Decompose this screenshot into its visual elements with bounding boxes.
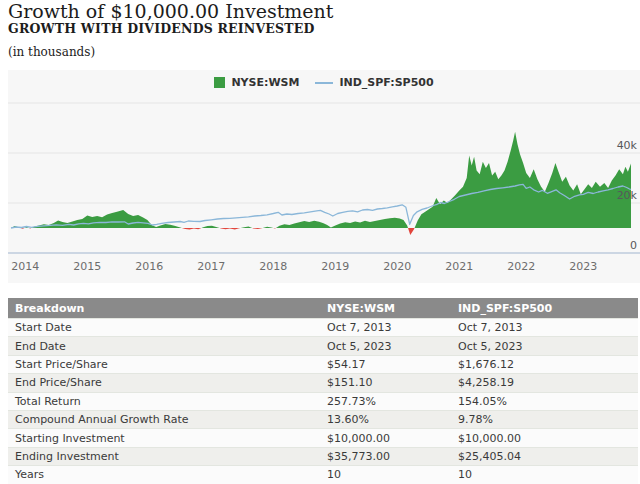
x-axis-label-2023: 2023 <box>569 260 597 273</box>
wsm-value: 13.60% <box>327 413 458 426</box>
growth-chart[interactable]: NYSE:WSM IND_SPF:SP500 40k20k02014201520… <box>8 70 640 283</box>
legend-label-sp500: IND_SPF:SP500 <box>339 76 433 89</box>
row-label: Compound Annual Growth Rate <box>8 413 327 426</box>
x-axis-label-2021: 2021 <box>445 260 473 273</box>
growth-chart-svg[interactable]: 40k20k0201420152016201720182019202020212… <box>8 70 640 283</box>
sp500-value: 10 <box>458 468 638 481</box>
table-row: Total Return257.73%154.05% <box>8 392 638 410</box>
sp500-value: 154.05% <box>458 395 638 408</box>
row-label: Years <box>8 468 327 481</box>
legend-item-wsm[interactable]: NYSE:WSM <box>214 76 299 89</box>
page-title: Growth of $10,000.00 Investment <box>8 0 632 22</box>
x-axis-label-2014: 2014 <box>11 260 39 273</box>
table-row: Start Price/Share$54.17$1,676.12 <box>8 355 638 373</box>
row-label: Ending Investment <box>8 450 327 463</box>
wsm-value: $10,000.00 <box>327 432 458 445</box>
table-row: Ending Investment$35,773.00$25,405.04 <box>8 447 638 465</box>
sp500-value: $10,000.00 <box>458 432 638 445</box>
x-axis-label-2018: 2018 <box>259 260 287 273</box>
table-row: Compound Annual Growth Rate13.60%9.78% <box>8 410 638 428</box>
x-axis-label-2016: 2016 <box>135 260 163 273</box>
table-row: End DateOct 5, 2023Oct 5, 2023 <box>8 336 638 354</box>
table-row: Years1010 <box>8 465 638 483</box>
column-header-breakdown: Breakdown <box>8 302 327 315</box>
sp500-value: Oct 7, 2013 <box>458 321 638 334</box>
table-row: End Price/Share$151.10$4,258.19 <box>8 373 638 391</box>
wsm-value: 257.73% <box>327 395 458 408</box>
legend-label-wsm: NYSE:WSM <box>231 76 299 89</box>
y-axis-label-20k: 20k <box>617 189 638 202</box>
column-header-wsm: NYSE:WSM <box>327 302 458 315</box>
sp500-value: $25,405.04 <box>458 450 638 463</box>
y-axis-label-40k: 40k <box>617 139 638 152</box>
page-subtitle: GROWTH WITH DIVIDENDS REINVESTED <box>8 22 632 36</box>
row-label: End Price/Share <box>8 376 327 389</box>
report-header: Growth of $10,000.00 Investment GROWTH W… <box>8 0 632 59</box>
row-label: Start Price/Share <box>8 358 327 371</box>
row-label: Start Date <box>8 321 327 334</box>
sp500-value: $4,258.19 <box>458 376 638 389</box>
y-axis-label-0: 0 <box>630 239 637 252</box>
x-axis-label-2015: 2015 <box>73 260 101 273</box>
table-header-row: Breakdown NYSE:WSM IND_SPF:SP500 <box>8 298 638 318</box>
sp500-value: 9.78% <box>458 413 638 426</box>
sp500-swatch-icon <box>315 82 333 84</box>
wsm-value: Oct 7, 2013 <box>327 321 458 334</box>
x-axis-label-2022: 2022 <box>507 260 535 273</box>
row-label: Total Return <box>8 395 327 408</box>
wsm-value: $54.17 <box>327 358 458 371</box>
wsm-swatch-icon <box>214 77 225 88</box>
wsm-value: Oct 5, 2023 <box>327 340 458 353</box>
units-note: (in thousands) <box>8 45 632 59</box>
wsm-value: $35,773.00 <box>327 450 458 463</box>
table-row: Starting Investment$10,000.00$10,000.00 <box>8 428 638 446</box>
row-label: End Date <box>8 340 327 353</box>
sp500-value: Oct 5, 2023 <box>458 340 638 353</box>
row-label: Starting Investment <box>8 432 327 445</box>
breakdown-rows: Start DateOct 7, 2013Oct 7, 2013End Date… <box>8 318 638 484</box>
x-axis-label-2019: 2019 <box>321 260 349 273</box>
legend-item-sp500[interactable]: IND_SPF:SP500 <box>315 76 433 89</box>
wsm-value: 10 <box>327 468 458 481</box>
x-axis-label-2017: 2017 <box>197 260 225 273</box>
chart-legend: NYSE:WSM IND_SPF:SP500 <box>8 76 640 89</box>
column-header-sp500: IND_SPF:SP500 <box>458 302 638 315</box>
wsm-value: $151.10 <box>327 376 458 389</box>
breakdown-table: Breakdown NYSE:WSM IND_SPF:SP500 Start D… <box>8 298 638 484</box>
x-axis-label-2020: 2020 <box>383 260 411 273</box>
table-row: Start DateOct 7, 2013Oct 7, 2013 <box>8 318 638 336</box>
sp500-value: $1,676.12 <box>458 358 638 371</box>
